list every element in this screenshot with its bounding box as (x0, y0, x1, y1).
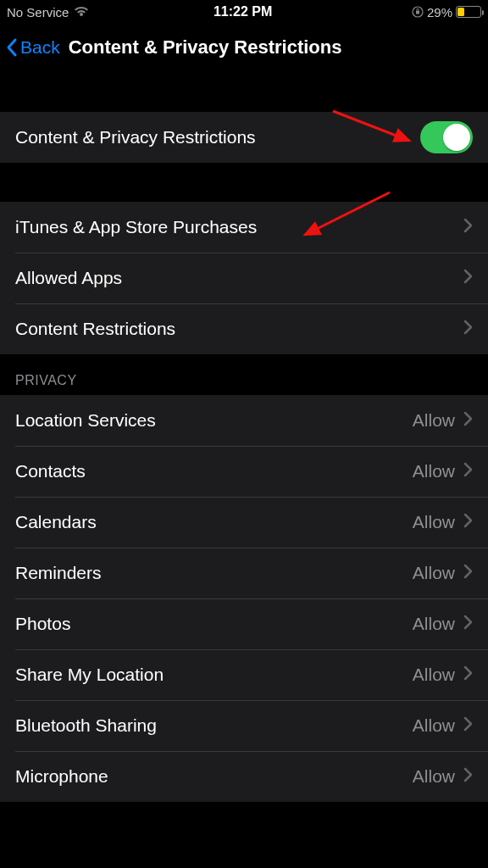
itunes-purchases-row[interactable]: iTunes & App Store Purchases (0, 202, 488, 253)
back-button[interactable]: Back (0, 37, 60, 58)
chevron-right-icon (463, 218, 473, 236)
page-title: Content & Privacy Restrictions (69, 36, 342, 58)
row-value: Allow (413, 410, 455, 431)
svg-rect-1 (416, 11, 419, 14)
wifi-icon (74, 6, 89, 18)
allowed-apps-row[interactable]: Allowed Apps (0, 253, 488, 303)
carrier-text: No Service (7, 5, 69, 19)
row-value: Allow (413, 766, 455, 787)
row-label: Content Restrictions (15, 319, 175, 339)
row-label: Location Services (15, 410, 156, 431)
row-label: iTunes & App Store Purchases (15, 217, 257, 237)
battery-percent: 29% (427, 5, 452, 19)
nav-bar: Back Content & Privacy Restrictions (0, 24, 488, 71)
chevron-right-icon (463, 269, 473, 287)
back-label: Back (20, 37, 60, 58)
do-not-disturb-icon (396, 6, 408, 18)
row-value: Allow (413, 715, 455, 736)
restrictions-toggle-label: Content & Privacy Restrictions (15, 127, 256, 147)
chevron-right-icon (463, 320, 473, 338)
bluetooth-sharing-row[interactable]: Bluetooth Sharing Allow (0, 700, 488, 751)
contacts-row[interactable]: Contacts Allow (0, 446, 488, 497)
restrictions-switch[interactable] (420, 121, 473, 153)
chevron-right-icon (463, 411, 473, 430)
reminders-row[interactable]: Reminders Allow (0, 548, 488, 598)
row-label: Bluetooth Sharing (15, 715, 157, 736)
row-label: Photos (15, 614, 70, 634)
chevron-right-icon (463, 462, 473, 481)
row-label: Microphone (15, 766, 108, 787)
restrictions-toggle-row[interactable]: Content & Privacy Restrictions (0, 112, 488, 163)
row-value: Allow (413, 512, 455, 532)
chevron-right-icon (463, 564, 473, 582)
row-value: Allow (413, 614, 455, 634)
row-label: Calendars (15, 512, 97, 532)
orientation-lock-icon (412, 6, 424, 18)
row-value: Allow (413, 461, 455, 481)
privacy-section-header: PRIVACY (0, 354, 488, 395)
battery-icon (456, 6, 481, 18)
row-label: Allowed Apps (15, 268, 122, 288)
chevron-right-icon (463, 767, 473, 786)
chevron-right-icon (463, 716, 473, 735)
chevron-right-icon (463, 513, 473, 531)
content-restrictions-row[interactable]: Content Restrictions (0, 303, 488, 354)
photos-row[interactable]: Photos Allow (0, 598, 488, 649)
status-bar: No Service 11:22 PM 29% (0, 0, 488, 24)
row-value: Allow (413, 563, 455, 583)
row-label: Contacts (15, 461, 86, 481)
chevron-right-icon (463, 615, 473, 633)
status-time: 11:22 PM (214, 4, 272, 19)
calendars-row[interactable]: Calendars Allow (0, 497, 488, 548)
row-label: Share My Location (15, 665, 164, 685)
row-label: Reminders (15, 563, 102, 583)
microphone-row[interactable]: Microphone Allow (0, 751, 488, 802)
chevron-left-icon (5, 37, 19, 58)
location-services-row[interactable]: Location Services Allow (0, 395, 488, 446)
row-value: Allow (413, 665, 455, 685)
share-my-location-row[interactable]: Share My Location Allow (0, 649, 488, 700)
chevron-right-icon (463, 665, 473, 684)
